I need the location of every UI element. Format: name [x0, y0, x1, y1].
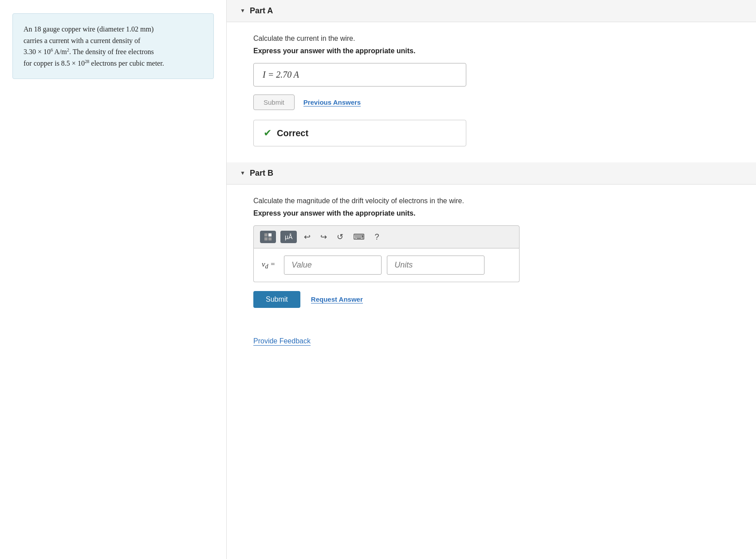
correct-box: ✔ Correct [253, 120, 466, 146]
part-b-header: ▼ Part B [227, 162, 756, 185]
problem-text-line1: An 18 gauge copper wire (diameter 1.02 m… [24, 24, 203, 35]
math-input-container: μÅ ↩ ↪ ↺ ⌨ ? vd = [253, 225, 520, 282]
problem-text-line3: 3.30 × 106 A/m2. The density of free ele… [24, 46, 203, 58]
correct-label: Correct [277, 128, 308, 138]
redo-button[interactable]: ↪ [318, 230, 330, 244]
provide-feedback-link[interactable]: Provide Feedback [253, 337, 311, 346]
keyboard-button[interactable]: ⌨ [350, 230, 367, 244]
part-a-previous-answers-link[interactable]: Previous Answers [303, 98, 361, 106]
part-a-answer-value: = 2.70 A [266, 70, 299, 79]
part-a-answer-box: I = 2.70 A [253, 63, 466, 87]
part-a-header: ▼ Part A [227, 0, 756, 22]
part-b-content: Calculate the magnitude of the drift vel… [227, 185, 756, 324]
part-a-chevron-icon[interactable]: ▼ [240, 8, 245, 14]
problem-text-line2: carries a current with a current density… [24, 35, 203, 47]
value-input[interactable] [284, 256, 382, 275]
right-panel: ▼ Part A Calculate the current in the wi… [226, 0, 756, 559]
matrix-button[interactable] [260, 231, 276, 243]
problem-text-line4: for copper is 8.5 × 1028 electrons per c… [24, 58, 203, 69]
value-units-row: vd = [253, 248, 520, 282]
math-toolbar: μÅ ↩ ↪ ↺ ⌨ ? [253, 225, 520, 248]
part-a-title: Part A [250, 6, 273, 16]
refresh-button[interactable]: ↺ [334, 230, 346, 244]
part-b-submit-button[interactable]: Submit [253, 291, 300, 308]
units-input[interactable] [387, 256, 484, 275]
part-a-question: Calculate the current in the wire. [253, 35, 729, 43]
part-a-action-row: Submit Previous Answers [253, 94, 729, 110]
correct-check-icon: ✔ [264, 127, 272, 139]
matrix-icon [264, 233, 272, 240]
mu-button[interactable]: μÅ [280, 231, 297, 243]
part-b-submit-row: Submit Request Answer [253, 291, 729, 308]
part-a-content: Calculate the current in the wire. Expre… [227, 22, 756, 162]
part-b-express: Express your answer with the appropriate… [253, 209, 729, 217]
vd-label: vd = [262, 260, 275, 270]
part-b-question: Calculate the magnitude of the drift vel… [253, 197, 729, 205]
part-b-chevron-icon[interactable]: ▼ [240, 170, 245, 177]
part-a-answer-var: I [263, 70, 266, 79]
left-panel: An 18 gauge copper wire (diameter 1.02 m… [0, 0, 226, 559]
part-a-express: Express your answer with the appropriate… [253, 47, 729, 55]
part-a-submit-button[interactable]: Submit [253, 94, 295, 110]
problem-box: An 18 gauge copper wire (diameter 1.02 m… [12, 13, 214, 79]
part-b-title: Part B [250, 169, 273, 178]
request-answer-link[interactable]: Request Answer [311, 295, 363, 303]
undo-button[interactable]: ↩ [301, 230, 313, 244]
help-button[interactable]: ? [372, 231, 382, 244]
